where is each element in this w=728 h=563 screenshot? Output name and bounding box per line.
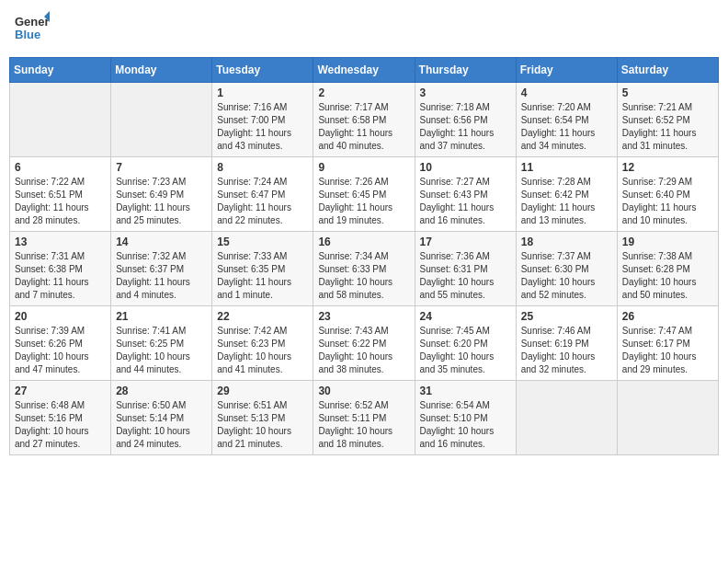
column-header-saturday: Saturday xyxy=(617,58,718,83)
day-cell: 13Sunrise: 7:31 AM Sunset: 6:38 PM Dayli… xyxy=(10,232,111,306)
day-number: 21 xyxy=(116,310,207,323)
day-info: Sunrise: 7:24 AM Sunset: 6:47 PM Dayligh… xyxy=(217,176,308,227)
day-number: 1 xyxy=(217,86,308,99)
day-number: 2 xyxy=(318,86,409,99)
day-number: 7 xyxy=(116,161,207,174)
day-number: 14 xyxy=(116,236,207,248)
day-number: 11 xyxy=(521,161,612,174)
week-row-5: 27Sunrise: 6:48 AM Sunset: 5:16 PM Dayli… xyxy=(10,381,719,455)
day-cell xyxy=(617,381,718,455)
header-row: SundayMondayTuesdayWednesdayThursdayFrid… xyxy=(10,58,719,83)
day-cell: 27Sunrise: 6:48 AM Sunset: 5:16 PM Dayli… xyxy=(10,381,111,455)
day-number: 31 xyxy=(420,385,511,397)
day-cell: 2Sunrise: 7:17 AM Sunset: 6:58 PM Daylig… xyxy=(313,83,415,157)
day-number: 10 xyxy=(420,161,511,174)
day-number: 6 xyxy=(15,161,106,174)
day-info: Sunrise: 7:33 AM Sunset: 6:35 PM Dayligh… xyxy=(217,250,308,302)
calendar-table: SundayMondayTuesdayWednesdayThursdayFrid… xyxy=(9,57,719,455)
day-info: Sunrise: 7:41 AM Sunset: 6:25 PM Dayligh… xyxy=(116,325,207,376)
day-info: Sunrise: 7:39 AM Sunset: 6:26 PM Dayligh… xyxy=(15,325,106,376)
logo: General Blue xyxy=(13,9,50,50)
day-number: 19 xyxy=(622,236,713,248)
column-header-friday: Friday xyxy=(516,58,617,83)
day-number: 22 xyxy=(217,310,308,323)
day-info: Sunrise: 7:45 AM Sunset: 6:20 PM Dayligh… xyxy=(420,325,511,376)
day-cell: 10Sunrise: 7:27 AM Sunset: 6:43 PM Dayli… xyxy=(415,157,516,232)
day-cell: 30Sunrise: 6:52 AM Sunset: 5:11 PM Dayli… xyxy=(313,381,415,455)
day-info: Sunrise: 7:38 AM Sunset: 6:28 PM Dayligh… xyxy=(622,250,713,302)
day-info: Sunrise: 7:43 AM Sunset: 6:22 PM Dayligh… xyxy=(318,325,409,376)
column-header-wednesday: Wednesday xyxy=(313,58,415,83)
day-info: Sunrise: 7:28 AM Sunset: 6:42 PM Dayligh… xyxy=(521,176,612,227)
day-number: 5 xyxy=(622,86,713,99)
day-cell: 15Sunrise: 7:33 AM Sunset: 6:35 PM Dayli… xyxy=(212,232,313,306)
column-header-tuesday: Tuesday xyxy=(212,58,313,83)
day-number: 23 xyxy=(318,310,409,323)
day-info: Sunrise: 7:46 AM Sunset: 6:19 PM Dayligh… xyxy=(521,325,612,376)
day-info: Sunrise: 7:29 AM Sunset: 6:40 PM Dayligh… xyxy=(622,176,713,227)
day-info: Sunrise: 7:26 AM Sunset: 6:45 PM Dayligh… xyxy=(318,176,409,227)
day-number: 4 xyxy=(521,86,612,99)
day-cell: 22Sunrise: 7:42 AM Sunset: 6:23 PM Dayli… xyxy=(212,306,313,381)
day-info: Sunrise: 7:42 AM Sunset: 6:23 PM Dayligh… xyxy=(217,325,308,376)
day-number: 25 xyxy=(521,310,612,323)
day-cell: 9Sunrise: 7:26 AM Sunset: 6:45 PM Daylig… xyxy=(313,157,415,232)
day-number: 12 xyxy=(622,161,713,174)
day-cell: 23Sunrise: 7:43 AM Sunset: 6:22 PM Dayli… xyxy=(313,306,415,381)
day-cell: 26Sunrise: 7:47 AM Sunset: 6:17 PM Dayli… xyxy=(617,306,718,381)
day-info: Sunrise: 6:50 AM Sunset: 5:14 PM Dayligh… xyxy=(116,399,207,451)
day-cell: 3Sunrise: 7:18 AM Sunset: 6:56 PM Daylig… xyxy=(415,83,516,157)
column-header-monday: Monday xyxy=(111,58,212,83)
day-info: Sunrise: 6:51 AM Sunset: 5:13 PM Dayligh… xyxy=(217,399,308,451)
day-info: Sunrise: 6:52 AM Sunset: 5:11 PM Dayligh… xyxy=(318,399,409,451)
week-row-4: 20Sunrise: 7:39 AM Sunset: 6:26 PM Dayli… xyxy=(10,306,719,381)
day-cell: 14Sunrise: 7:32 AM Sunset: 6:37 PM Dayli… xyxy=(111,232,212,306)
week-row-1: 1Sunrise: 7:16 AM Sunset: 7:00 PM Daylig… xyxy=(10,83,719,157)
day-info: Sunrise: 7:18 AM Sunset: 6:56 PM Dayligh… xyxy=(420,101,511,153)
day-number: 8 xyxy=(217,161,308,174)
day-number: 9 xyxy=(318,161,409,174)
day-info: Sunrise: 7:21 AM Sunset: 6:52 PM Dayligh… xyxy=(622,101,713,153)
day-cell: 11Sunrise: 7:28 AM Sunset: 6:42 PM Dayli… xyxy=(516,157,617,232)
day-cell: 25Sunrise: 7:46 AM Sunset: 6:19 PM Dayli… xyxy=(516,306,617,381)
day-number: 28 xyxy=(116,385,207,397)
page-header: General Blue xyxy=(9,9,719,50)
day-cell xyxy=(10,83,111,157)
day-cell: 19Sunrise: 7:38 AM Sunset: 6:28 PM Dayli… xyxy=(617,232,718,306)
day-info: Sunrise: 6:48 AM Sunset: 5:16 PM Dayligh… xyxy=(15,399,106,451)
day-info: Sunrise: 7:27 AM Sunset: 6:43 PM Dayligh… xyxy=(420,176,511,227)
day-number: 13 xyxy=(15,236,106,248)
day-cell: 8Sunrise: 7:24 AM Sunset: 6:47 PM Daylig… xyxy=(212,157,313,232)
week-row-2: 6Sunrise: 7:22 AM Sunset: 6:51 PM Daylig… xyxy=(10,157,719,232)
week-row-3: 13Sunrise: 7:31 AM Sunset: 6:38 PM Dayli… xyxy=(10,232,719,306)
day-info: Sunrise: 7:37 AM Sunset: 6:30 PM Dayligh… xyxy=(521,250,612,302)
day-cell: 17Sunrise: 7:36 AM Sunset: 6:31 PM Dayli… xyxy=(415,232,516,306)
day-number: 15 xyxy=(217,236,308,248)
day-cell: 28Sunrise: 6:50 AM Sunset: 5:14 PM Dayli… xyxy=(111,381,212,455)
day-info: Sunrise: 7:36 AM Sunset: 6:31 PM Dayligh… xyxy=(420,250,511,302)
day-cell: 21Sunrise: 7:41 AM Sunset: 6:25 PM Dayli… xyxy=(111,306,212,381)
day-info: Sunrise: 7:23 AM Sunset: 6:49 PM Dayligh… xyxy=(116,176,207,227)
day-cell: 1Sunrise: 7:16 AM Sunset: 7:00 PM Daylig… xyxy=(212,83,313,157)
day-info: Sunrise: 7:34 AM Sunset: 6:33 PM Dayligh… xyxy=(318,250,409,302)
day-cell: 16Sunrise: 7:34 AM Sunset: 6:33 PM Dayli… xyxy=(313,232,415,306)
day-info: Sunrise: 7:32 AM Sunset: 6:37 PM Dayligh… xyxy=(116,250,207,302)
day-cell: 31Sunrise: 6:54 AM Sunset: 5:10 PM Dayli… xyxy=(415,381,516,455)
day-number: 3 xyxy=(420,86,511,99)
day-info: Sunrise: 7:16 AM Sunset: 7:00 PM Dayligh… xyxy=(217,101,308,153)
day-cell: 20Sunrise: 7:39 AM Sunset: 6:26 PM Dayli… xyxy=(10,306,111,381)
day-number: 16 xyxy=(318,236,409,248)
day-info: Sunrise: 7:31 AM Sunset: 6:38 PM Dayligh… xyxy=(15,250,106,302)
day-cell: 7Sunrise: 7:23 AM Sunset: 6:49 PM Daylig… xyxy=(111,157,212,232)
day-info: Sunrise: 7:47 AM Sunset: 6:17 PM Dayligh… xyxy=(622,325,713,376)
day-cell: 18Sunrise: 7:37 AM Sunset: 6:30 PM Dayli… xyxy=(516,232,617,306)
day-number: 18 xyxy=(521,236,612,248)
day-number: 26 xyxy=(622,310,713,323)
day-info: Sunrise: 6:54 AM Sunset: 5:10 PM Dayligh… xyxy=(420,399,511,451)
day-info: Sunrise: 7:20 AM Sunset: 6:54 PM Dayligh… xyxy=(521,101,612,153)
day-cell: 29Sunrise: 6:51 AM Sunset: 5:13 PM Dayli… xyxy=(212,381,313,455)
logo-image: General Blue xyxy=(13,9,50,50)
svg-text:Blue: Blue xyxy=(15,28,40,41)
day-cell xyxy=(111,83,212,157)
day-number: 20 xyxy=(15,310,106,323)
